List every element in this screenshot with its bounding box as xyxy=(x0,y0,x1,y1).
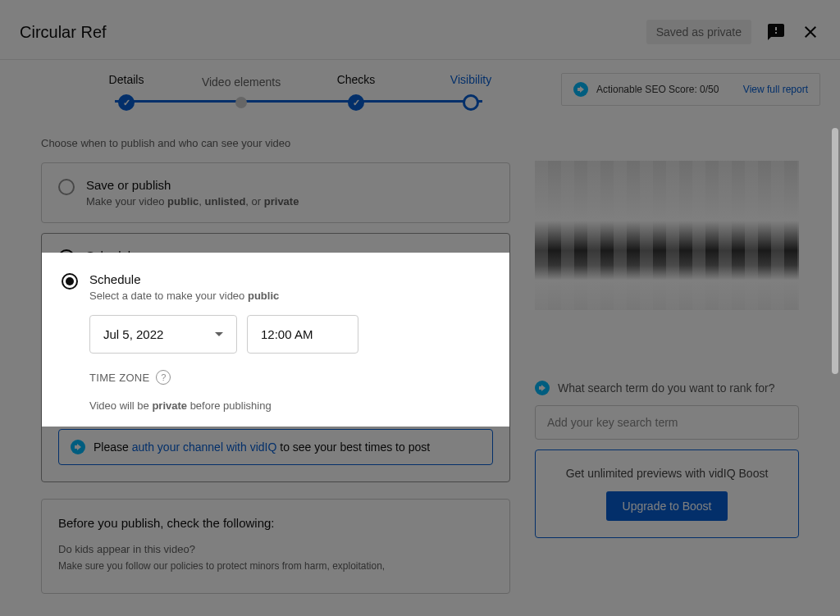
search-term-input[interactable]: Add your key search term xyxy=(535,405,799,440)
vidiq-icon xyxy=(535,381,550,395)
schedule-spotlight: Schedule Select a date to make your vide… xyxy=(42,253,509,427)
publish-checklist: Before you publish, check the following:… xyxy=(41,499,510,594)
save-publish-radio[interactable] xyxy=(58,179,75,195)
timezone-label: TIME ZONE xyxy=(89,372,149,384)
visibility-subtitle: Choose when to publish and who can see y… xyxy=(41,137,510,149)
step-checks[interactable]: Checks xyxy=(299,73,413,111)
help-icon[interactable]: ? xyxy=(156,370,171,385)
video-thumbnail xyxy=(535,161,799,310)
schedule-date-picker[interactable]: Jul 5, 2022 xyxy=(89,315,237,354)
modal-header: Circular Ref Saved as private xyxy=(0,0,840,60)
close-icon[interactable] xyxy=(801,22,820,42)
view-full-report-link[interactable]: View full report xyxy=(743,84,808,95)
step-details[interactable]: Details xyxy=(69,73,184,111)
seo-score-panel: Actionable SEO Score: 0/50 View full rep… xyxy=(561,73,820,106)
upload-stepper: Details Video elements Checks Visibility xyxy=(69,73,528,111)
scrollbar[interactable] xyxy=(832,128,838,374)
schedule-radio[interactable] xyxy=(62,273,78,290)
schedule-time-picker[interactable]: 12:00 AM xyxy=(247,315,358,354)
vidiq-boost-panel: Get unlimited previews with vidIQ Boost … xyxy=(535,449,799,538)
vidiq-auth-banner: Please auth your channel with vidIQ to s… xyxy=(58,429,493,465)
step-video-elements[interactable]: Video elements xyxy=(184,75,299,108)
feedback-icon[interactable] xyxy=(766,22,786,42)
saved-status-badge: Saved as private xyxy=(646,20,751,44)
vidiq-icon xyxy=(71,440,85,454)
video-title: Circular Ref xyxy=(20,23,107,42)
vidiq-icon xyxy=(573,82,588,97)
chevron-down-icon xyxy=(215,332,223,336)
step-visibility[interactable]: Visibility xyxy=(413,73,528,111)
save-publish-option[interactable]: Save or publish Make your video public, … xyxy=(41,162,510,223)
auth-channel-link[interactable]: auth your channel with vidIQ xyxy=(132,440,277,454)
upgrade-to-boost-button[interactable]: Upgrade to Boost xyxy=(606,491,728,521)
